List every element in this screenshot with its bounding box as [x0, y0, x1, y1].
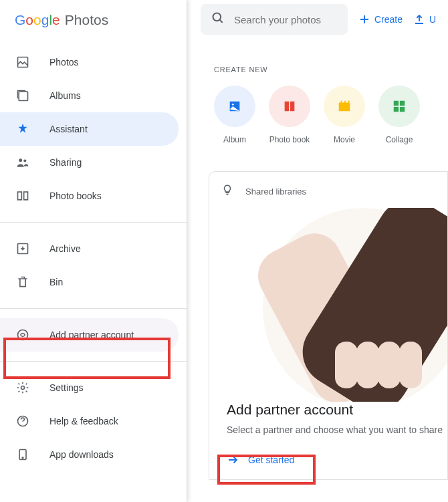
shared-libraries-card: Shared libraries Add partner account Sel… [209, 171, 448, 480]
sidebar-item-label: Albums [49, 90, 81, 101]
create-movie-button[interactable]: Movie [324, 86, 365, 144]
plus-icon [358, 13, 370, 25]
sidebar-item-label: Photo books [49, 191, 102, 201]
upload-label: U [429, 14, 436, 25]
sidebar-item-albums[interactable]: Albums [0, 79, 179, 112]
svg-rect-16 [394, 107, 399, 112]
svg-point-2 [19, 158, 22, 162]
movie-icon [324, 86, 365, 127]
search-input[interactable] [234, 14, 337, 25]
card-title: Add partner account [227, 402, 447, 418]
sidebar-item-bin[interactable]: Bin [0, 265, 179, 299]
help-icon [15, 413, 31, 429]
create-item-label: Movie [334, 135, 355, 144]
hands-illustration [209, 208, 447, 402]
upload-icon [413, 13, 425, 25]
sidebar-item-label: Photos [49, 57, 79, 68]
search-box[interactable] [201, 4, 348, 35]
create-new-row: Album Photo book Movie Collage [214, 86, 448, 144]
sidebar-item-label: Archive [49, 243, 81, 254]
photobook-icon [269, 86, 310, 127]
book-icon [15, 188, 31, 204]
svg-point-6 [21, 386, 25, 390]
album-icon [214, 86, 255, 127]
sidebar-item-sharing[interactable]: Sharing [0, 146, 179, 179]
divider [0, 308, 187, 309]
gear-icon [15, 380, 31, 396]
create-item-label: Collage [386, 135, 413, 144]
create-label: Create [374, 14, 403, 25]
collage-icon [378, 86, 420, 127]
assistant-icon [15, 121, 31, 137]
create-item-label: Album [223, 135, 246, 144]
albums-icon [15, 88, 31, 104]
archive-icon [15, 241, 31, 257]
create-photobook-button[interactable]: Photo book [269, 86, 310, 144]
trash-icon [15, 274, 31, 290]
main-content: Create U CREATE NEW Album Photo book Mov… [187, 0, 448, 502]
card-header: Shared libraries [209, 184, 447, 199]
sidebar-item-photo-books[interactable]: Photo books [0, 179, 179, 213]
create-collage-button[interactable]: Collage [378, 86, 420, 144]
create-new-header: CREATE NEW [214, 66, 448, 74]
svg-point-9 [22, 457, 23, 459]
upload-button[interactable]: U [413, 13, 436, 25]
sidebar-item-downloads[interactable]: App downloads [0, 438, 179, 471]
nav-secondary: Archive Bin [0, 227, 187, 304]
topbar: Create U [201, 4, 448, 35]
annotation-highlight-getstarted [217, 455, 316, 485]
sidebar-item-label: Bin [49, 277, 63, 287]
sidebar-item-archive[interactable]: Archive [0, 232, 179, 265]
svg-rect-17 [400, 107, 405, 112]
lightbulb-icon [221, 184, 233, 199]
svg-rect-1 [19, 92, 27, 100]
google-logo: Google [15, 12, 60, 28]
create-button[interactable]: Create [358, 13, 403, 25]
nav-main: Photos Albums Assistant Sharing Photo bo… [0, 40, 187, 218]
sidebar-item-photos[interactable]: Photos [0, 45, 179, 79]
sidebar-item-help[interactable]: Help & feedback [0, 404, 179, 438]
create-item-label: Photo book [269, 135, 310, 144]
sidebar-item-assistant[interactable]: Assistant [0, 112, 179, 146]
create-album-button[interactable]: Album [214, 86, 255, 144]
annotation-highlight-sidebar [3, 338, 171, 379]
logo[interactable]: Google Photos [0, 0, 187, 40]
svg-rect-13 [339, 103, 350, 112]
svg-point-10 [213, 13, 221, 21]
sidebar-item-label: Sharing [49, 157, 82, 168]
sidebar: Google Photos Photos Albums Assistant [0, 0, 187, 502]
sidebar-item-label: Assistant [49, 124, 88, 134]
search-icon [211, 11, 225, 27]
image-icon [15, 54, 31, 70]
product-name: Photos [65, 12, 108, 28]
card-hint: Shared libraries [245, 186, 306, 197]
download-icon [15, 447, 31, 463]
svg-point-12 [232, 104, 234, 106]
sharing-icon [15, 154, 31, 170]
nav-footer: Settings Help & feedback App downloads [0, 366, 187, 477]
sidebar-item-label: App downloads [49, 449, 114, 460]
sidebar-item-label: Help & feedback [49, 416, 118, 426]
svg-point-3 [23, 159, 26, 162]
svg-rect-15 [400, 101, 405, 106]
sidebar-item-label: Settings [49, 382, 84, 393]
svg-rect-14 [394, 101, 399, 106]
divider [0, 222, 187, 223]
card-description: Select a partner and choose what you wan… [227, 424, 447, 435]
